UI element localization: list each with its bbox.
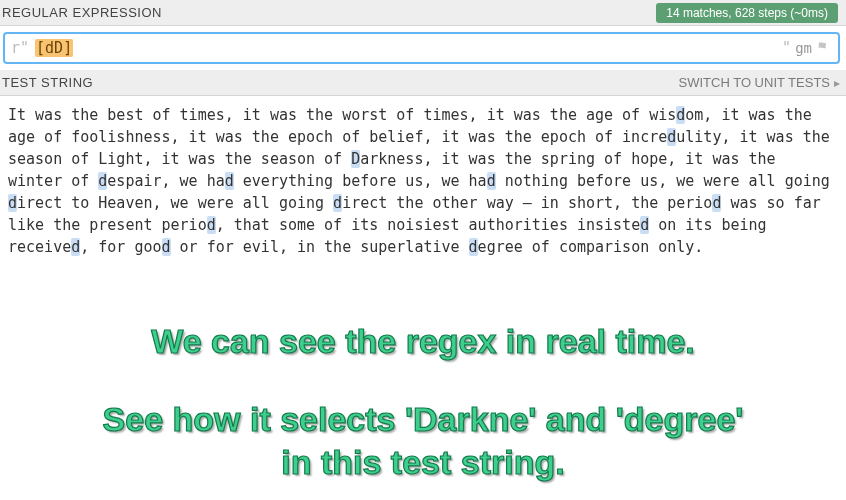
regex-section-label: REGULAR EXPRESSION <box>2 5 162 20</box>
annotation-overlay-2: See how it selects 'Darkne' and 'degree'… <box>0 398 846 483</box>
annotation-line-1: We can see the regex in real time. <box>0 320 846 363</box>
regex-flags[interactable]: gm <box>795 40 812 56</box>
test-string-header: TEST STRING SWITCH TO UNIT TESTS ▸ <box>0 70 846 96</box>
annotation-line-2a: See how it selects 'Darkne' and 'degree' <box>0 398 846 441</box>
test-string-textarea[interactable]: It was the best of times, it was the wor… <box>0 96 846 266</box>
chevron-right-icon: ▸ <box>834 76 840 90</box>
regex-input[interactable]: r" [dD] " gm <box>3 32 840 64</box>
annotation-overlay-1: We can see the regex in real time. <box>0 320 846 363</box>
test-string-label: TEST STRING <box>2 75 93 90</box>
regex-pattern[interactable]: [dD] <box>35 39 73 57</box>
switch-link-text: SWITCH TO UNIT TESTS <box>679 75 830 90</box>
annotation-line-2b: in this test string. <box>0 441 846 484</box>
match-count-badge: 14 matches, 628 steps (~0ms) <box>656 3 838 23</box>
regex-charclass: [dD] <box>35 39 73 57</box>
regex-close-quote: " <box>782 39 791 57</box>
switch-to-unit-tests-link[interactable]: SWITCH TO UNIT TESTS ▸ <box>679 75 840 90</box>
flag-icon[interactable] <box>816 41 832 55</box>
regex-prefix-delim: r" <box>11 39 29 57</box>
regex-header: REGULAR EXPRESSION 14 matches, 628 steps… <box>0 0 846 26</box>
